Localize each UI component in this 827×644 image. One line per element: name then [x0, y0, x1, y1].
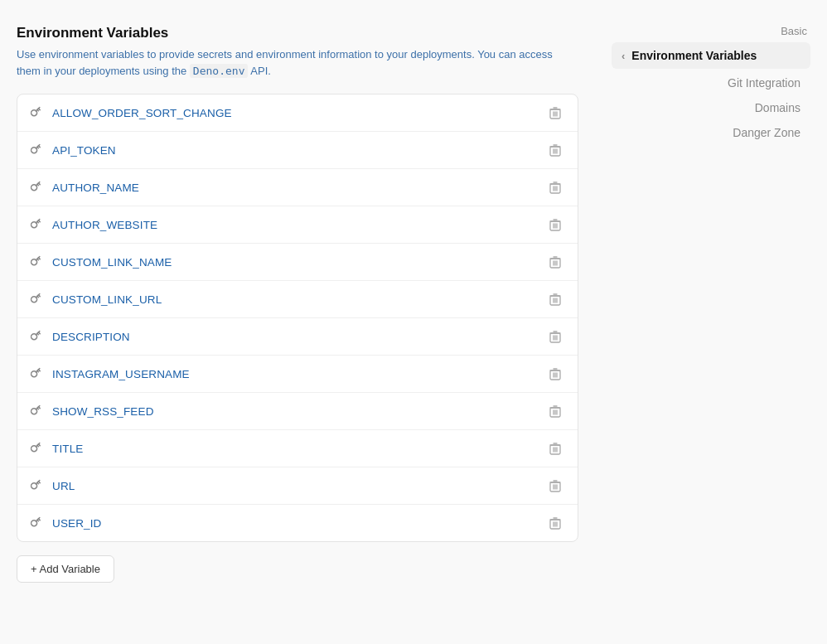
description-code: Deno.env — [190, 64, 249, 78]
delete-variable-button[interactable] — [546, 142, 564, 158]
sidebar-nav: ‹ Environment Variables Git IntegrationD… — [612, 42, 810, 145]
table-row: ALLOW_ORDER_SORT_CHANGE — [17, 94, 578, 132]
table-row: AUTHOR_WEBSITE — [17, 206, 578, 244]
variable-name: DESCRIPTION — [52, 331, 546, 343]
trash-icon — [549, 218, 561, 231]
variable-name: SHOW_RSS_FEED — [52, 405, 546, 418]
variable-name: CUSTOM_LINK_NAME — [52, 256, 546, 269]
table-row: URL — [17, 467, 578, 505]
description-text-2: API. — [248, 65, 270, 77]
table-row: USER_ID — [17, 505, 578, 541]
variable-name: INSTAGRAM_USERNAME — [52, 368, 546, 380]
delete-variable-button[interactable] — [546, 104, 564, 121]
variable-name: TITLE — [52, 443, 546, 455]
delete-variable-button[interactable] — [546, 179, 564, 196]
table-row: SHOW_RSS_FEED — [17, 393, 578, 430]
sidebar-item-domains[interactable]: Domains — [612, 95, 810, 120]
trash-icon — [549, 404, 561, 418]
back-arrow-icon: ‹ — [621, 50, 625, 62]
sidebar-item-git-integration[interactable]: Git Integration — [612, 70, 810, 95]
table-row: AUTHOR_NAME — [17, 169, 578, 206]
sidebar-item-danger-zone[interactable]: Danger Zone — [612, 120, 810, 145]
delete-variable-button[interactable] — [546, 328, 564, 345]
sidebar-item-environment-variables[interactable]: ‹ Environment Variables — [612, 42, 810, 69]
delete-variable-button[interactable] — [546, 403, 564, 419]
variables-table: ALLOW_ORDER_SORT_CHANGE — [17, 94, 578, 542]
section-title: Environment Variables — [17, 25, 578, 41]
key-icon — [27, 364, 46, 383]
table-row: CUSTOM_LINK_NAME — [17, 244, 578, 281]
key-icon — [27, 327, 46, 346]
key-icon — [27, 252, 46, 271]
variable-name: CUSTOM_LINK_URL — [52, 293, 546, 306]
section-description: Use environment variables to provide sec… — [17, 46, 578, 79]
add-variable-button[interactable]: + Add Variable — [17, 555, 114, 583]
trash-icon — [549, 367, 561, 380]
variable-name: AUTHOR_NAME — [52, 182, 546, 194]
key-icon — [27, 140, 46, 159]
delete-variable-button[interactable] — [546, 515, 564, 531]
trash-icon — [549, 293, 561, 306]
key-icon — [27, 215, 46, 234]
table-row: INSTAGRAM_USERNAME — [17, 356, 578, 393]
delete-variable-button[interactable] — [546, 254, 564, 270]
delete-variable-button[interactable] — [546, 366, 564, 382]
variable-name: USER_ID — [52, 517, 546, 530]
sidebar: Basic ‹ Environment Variables Git Integr… — [612, 25, 810, 619]
key-icon — [27, 177, 46, 196]
key-icon — [27, 401, 46, 420]
table-row: CUSTOM_LINK_URL — [17, 281, 578, 318]
trash-icon — [549, 106, 561, 119]
sidebar-basic-label: Basic — [612, 25, 810, 37]
trash-icon — [549, 330, 561, 343]
variable-name: API_TOKEN — [52, 144, 546, 157]
sidebar-item-label: Environment Variables — [631, 49, 757, 62]
page-layout: Environment Variables Use environment va… — [17, 25, 810, 619]
key-icon — [27, 476, 46, 495]
table-row: TITLE — [17, 430, 578, 467]
table-row: DESCRIPTION — [17, 318, 578, 356]
trash-icon — [549, 181, 561, 194]
delete-variable-button[interactable] — [546, 216, 564, 233]
main-content: Environment Variables Use environment va… — [17, 25, 578, 619]
trash-icon — [549, 143, 561, 157]
add-variable-label: + Add Variable — [31, 563, 100, 575]
delete-variable-button[interactable] — [546, 477, 564, 494]
key-icon — [27, 513, 46, 532]
trash-icon — [549, 442, 561, 455]
table-row: API_TOKEN — [17, 132, 578, 169]
trash-icon — [549, 479, 561, 492]
trash-icon — [549, 516, 561, 530]
delete-variable-button[interactable] — [546, 291, 564, 307]
variable-name: ALLOW_ORDER_SORT_CHANGE — [52, 107, 546, 119]
delete-variable-button[interactable] — [546, 440, 564, 457]
key-icon — [27, 289, 46, 308]
variable-name: AUTHOR_WEBSITE — [52, 219, 546, 231]
description-text-1: Use environment variables to provide sec… — [17, 48, 553, 77]
variable-name: URL — [52, 480, 546, 492]
key-icon — [27, 103, 46, 122]
trash-icon — [549, 255, 561, 269]
key-icon — [27, 438, 46, 458]
